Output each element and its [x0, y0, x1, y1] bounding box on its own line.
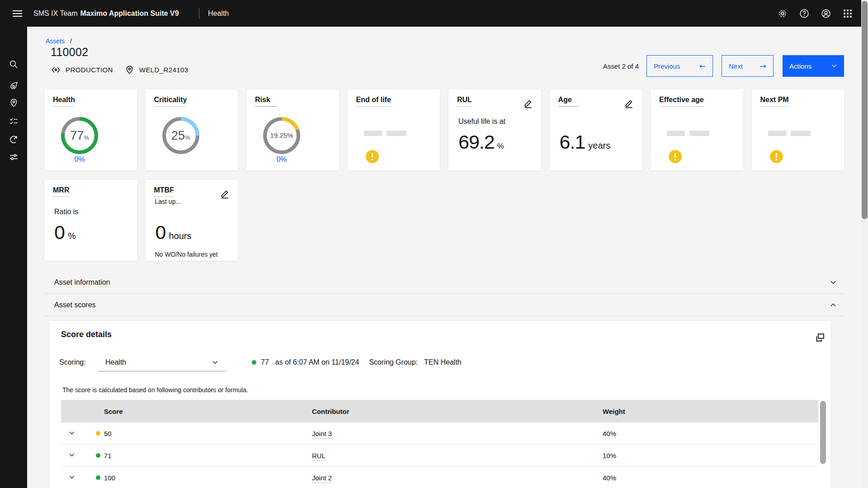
header-divider [199, 8, 199, 19]
score-dot [96, 431, 100, 436]
table-row[interactable]: 100 Joint 2 40% [61, 467, 818, 488]
table-row[interactable]: 50 Joint 3 40% [61, 422, 818, 445]
health-card-title: Health [53, 96, 75, 107]
app-switcher-icon[interactable] [837, 0, 859, 27]
row-expand-chevron-icon[interactable] [61, 449, 79, 462]
score-column-header: Score [84, 408, 312, 415]
chevron-down-icon[interactable] [829, 278, 838, 287]
weight-value: 10% [599, 452, 818, 460]
skeleton-dash [791, 131, 811, 136]
scoring-row: Scoring: Health 77 as of 6:07 AM on 11/1… [59, 353, 462, 371]
end-of-life-card-title: End of life [356, 96, 391, 107]
weight-column-header: Weight [599, 408, 818, 415]
chevron-down-icon [212, 359, 219, 366]
row-expand-chevron-icon[interactable] [61, 471, 79, 484]
rul-card-title: RUL [457, 96, 472, 107]
mtbf-note: No WO/No failures yet [155, 251, 218, 258]
risk-sub-value: 0% [263, 155, 301, 164]
actions-button[interactable]: Actions [783, 55, 844, 77]
score-value: 50 [104, 430, 112, 437]
health-card[interactable]: Health 77% 0% [44, 89, 137, 170]
skeleton-dash [768, 131, 786, 136]
main-content: Assets / 110002 PRODUCTION WELD_R24103 A… [27, 27, 861, 488]
score-value: 71 [104, 452, 112, 460]
score-timestamp: as of 6:07 AM on 11/19/24 [275, 358, 359, 366]
scoring-group-value: TEN Health [424, 358, 462, 366]
health-sub-value: 0% [61, 155, 99, 164]
page-scrollbar-thumb[interactable] [862, 1, 868, 219]
contributor-column-header: Contributor [312, 408, 599, 415]
menu-icon[interactable] [6, 0, 28, 27]
scoring-label: Scoring: [59, 358, 98, 366]
skeleton-dash [364, 131, 382, 136]
rul-lead: Useful life is at [458, 117, 505, 126]
previous-button[interactable]: Previous← [646, 55, 713, 77]
chevron-up-icon[interactable] [829, 300, 838, 310]
warning-icon [770, 150, 783, 163]
mtbf-card[interactable]: MTBF Last up... 0hours No WO/No failures… [146, 180, 238, 261]
scoring-group-label: Scoring Group: [369, 358, 418, 366]
mrr-card-title: MRR [53, 186, 69, 197]
breadcrumb-assets-link[interactable]: Assets [46, 38, 65, 45]
score-details-panel: Score details Scoring: Health 77 as of 6… [50, 321, 831, 488]
score-dot [96, 453, 100, 458]
filter-sliders-icon[interactable] [0, 148, 27, 166]
scoring-dropdown[interactable]: Health [98, 353, 226, 371]
contributor-link[interactable]: Joint 3 [312, 430, 332, 439]
product-title: SMS IX Team Maximo Application Suite V9 [33, 0, 179, 27]
age-value: 6.1years [560, 131, 611, 153]
asset-icon[interactable] [0, 76, 27, 94]
asset-scores-accordion[interactable]: Asset scores [44, 294, 844, 316]
search-icon[interactable] [0, 55, 27, 73]
end-of-life-card[interactable]: End of life [348, 89, 440, 170]
team-name: SMS IX Team [33, 9, 78, 18]
app-name[interactable]: Health [208, 0, 229, 27]
score-value: 100 [104, 474, 115, 482]
account-icon[interactable] [815, 0, 837, 27]
row-expand-chevron-icon[interactable] [61, 427, 79, 440]
rul-card[interactable]: RUL Useful life is at 69.2% [448, 89, 541, 170]
weight-value: 40% [599, 474, 818, 482]
product-name: Maximo Application Suite V9 [80, 9, 179, 18]
health-value: 77% [61, 117, 99, 155]
left-sidebar [0, 27, 27, 488]
settings-icon[interactable] [772, 0, 793, 27]
score-table: Score Contributor Weight 50 Joint 3 40% … [61, 400, 818, 488]
page-scrollbar[interactable] [861, 0, 868, 488]
asset-information-accordion[interactable]: Asset information [44, 271, 844, 294]
mrr-card[interactable]: MRR Ratio is 0% [44, 180, 137, 261]
next-pm-card[interactable]: Next PM [752, 89, 844, 170]
age-card[interactable]: Age 6.1years [550, 89, 642, 170]
chevron-down-icon [831, 63, 837, 69]
mtbf-value: 0hours [156, 221, 192, 244]
age-card-title: Age [558, 96, 578, 107]
breadcrumb-separator: / [70, 38, 72, 45]
edit-icon[interactable] [219, 189, 230, 200]
effective-age-card[interactable]: Effective age [651, 89, 743, 170]
edit-icon[interactable] [623, 99, 634, 109]
next-button[interactable]: Next→ [722, 55, 774, 77]
contributor-link[interactable]: RUL [312, 452, 326, 461]
app-header: SMS IX Team Maximo Application Suite V9 … [0, 0, 868, 27]
checklist-icon[interactable] [0, 112, 27, 130]
table-scrollbar-thumb[interactable] [820, 401, 826, 464]
risk-card[interactable]: Risk 19.25% 0% [246, 89, 339, 170]
asset-type-icon [51, 65, 61, 75]
skeleton-dash [387, 131, 406, 136]
table-scrollbar[interactable] [820, 400, 826, 488]
mtbf-card-title: MTBF [154, 186, 174, 197]
score-status-dot [252, 360, 256, 365]
criticality-card-title: Criticality [154, 96, 187, 107]
table-row[interactable]: 71 RUL 10% [61, 445, 818, 467]
location-icon[interactable] [0, 94, 27, 112]
score-table-header: Score Contributor Weight [61, 400, 818, 422]
help-icon[interactable] [793, 0, 815, 27]
current-score: 77 [261, 358, 269, 366]
contributor-link[interactable]: Joint 2 [312, 474, 332, 483]
criticality-card[interactable]: Criticality 25% [146, 89, 238, 170]
asset-location: WELD_R24103 [139, 66, 189, 74]
popout-icon[interactable] [813, 332, 826, 344]
mrr-lead: Ratio is [54, 208, 78, 216]
meter-icon[interactable] [0, 130, 27, 148]
edit-icon[interactable] [523, 99, 533, 109]
